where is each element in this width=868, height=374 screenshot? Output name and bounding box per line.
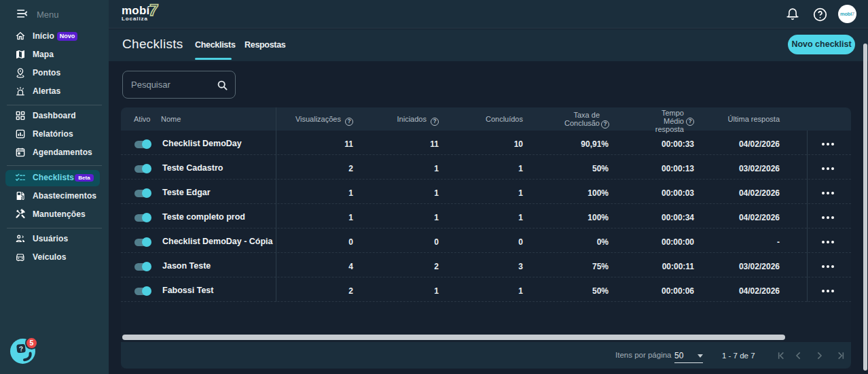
svg-text:?: ? (18, 344, 24, 353)
